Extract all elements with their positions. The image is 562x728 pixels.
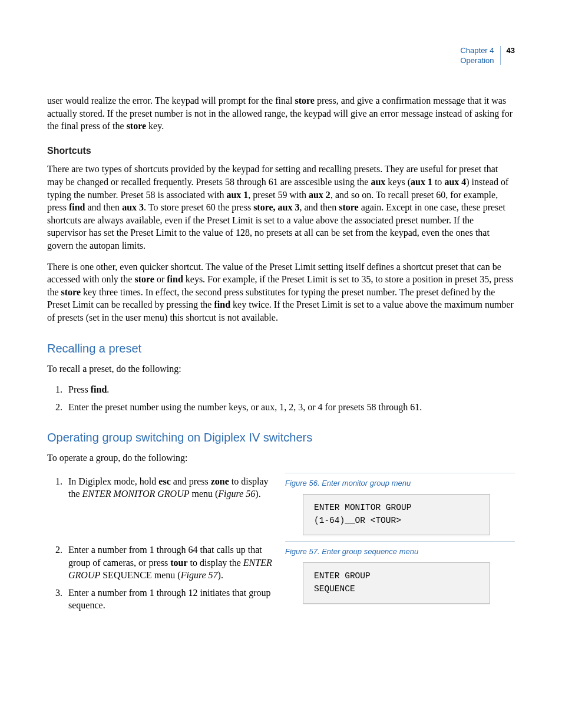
header-divider (500, 46, 501, 65)
group-step: Enter a number from 1 through 12 initiat… (65, 587, 273, 612)
header-labels: Chapter 4 Operation (460, 46, 494, 66)
figure-57-lcd: ENTER GROUP SEQUENCE (303, 562, 490, 604)
group-steps-1: In Digiplex mode, hold esc and press zon… (65, 475, 273, 500)
page: Chapter 4 Operation 43 user would realiz… (0, 0, 562, 728)
recall-step: Enter the preset number using the number… (65, 401, 515, 414)
recall-steps: Press find. Enter the preset number usin… (65, 383, 515, 413)
recall-intro: To recall a preset, do the following: (47, 363, 515, 375)
page-header: Chapter 4 Operation 43 (460, 46, 515, 66)
group-steps-2: Enter a number from 1 through 64 that ca… (65, 543, 273, 612)
page-number: 43 (507, 46, 515, 55)
chapter-label: Chapter 4 (460, 46, 494, 56)
figure-56-caption: Figure 56. Enter monitor group menu (285, 478, 515, 489)
group-step: Enter a number from 1 through 64 that ca… (65, 543, 273, 582)
group-intro: To operate a group, do the following: (47, 452, 515, 465)
shortcuts-heading: Shortcuts (47, 144, 515, 157)
recalling-heading: Recalling a preset (47, 341, 515, 357)
figure-56-lcd: ENTER MONITOR GROUP (1-64)__OR <TOUR> (303, 494, 490, 535)
figure-57-caption: Figure 57. Enter group sequence menu (285, 546, 515, 557)
section-label: Operation (460, 56, 494, 66)
figure-57: Figure 57. Enter group sequence menu ENT… (285, 541, 515, 604)
group-row-1: In Digiplex mode, hold esc and press zon… (47, 473, 515, 535)
shortcuts-p1: There are two types of shortcuts provide… (47, 163, 515, 252)
group-row-2: Enter a number from 1 through 64 that ca… (47, 541, 515, 620)
recall-step: Press find. (65, 383, 515, 396)
group-row-2-left: Enter a number from 1 through 64 that ca… (47, 541, 273, 620)
figure-56: Figure 56. Enter monitor group menu ENTE… (285, 473, 515, 535)
group-step: In Digiplex mode, hold esc and press zon… (65, 475, 273, 500)
group-row-1-left: In Digiplex mode, hold esc and press zon… (47, 473, 273, 509)
page-content: user would realize the error. The keypad… (47, 94, 515, 620)
shortcuts-p2: There is one other, even quicker shortcu… (47, 261, 515, 324)
intro-paragraph: user would realize the error. The keypad… (47, 94, 515, 133)
group-heading: Operating group switching on Digiplex IV… (47, 430, 515, 446)
